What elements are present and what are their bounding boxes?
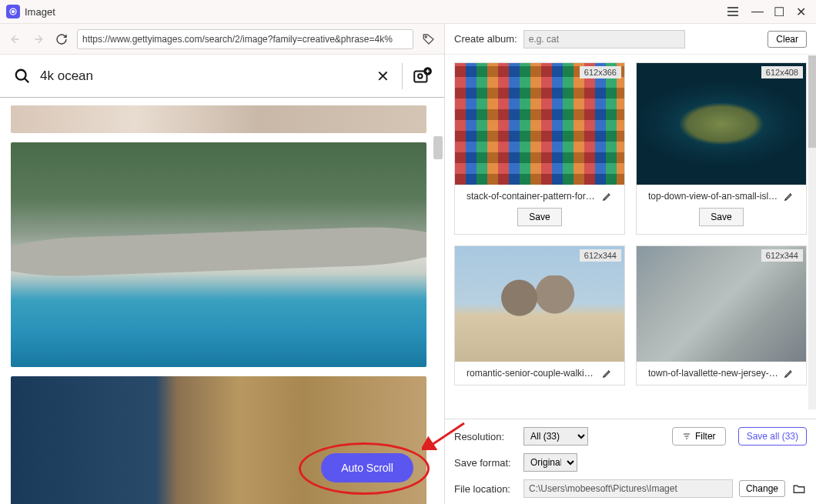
- result-image[interactable]: [11, 142, 426, 367]
- thumbnail[interactable]: 612x344: [455, 246, 624, 362]
- cards-grid: 612x366 stack-of-container-pattern-for-l…: [445, 55, 816, 419]
- svg-point-2: [425, 36, 426, 38]
- svg-point-5: [418, 74, 422, 78]
- edit-icon[interactable]: [784, 191, 794, 202]
- save-all-button[interactable]: Save all (33): [738, 427, 807, 446]
- thumbnail[interactable]: 612x366: [455, 63, 624, 185]
- menu-icon[interactable]: [724, 2, 742, 21]
- image-card: 612x366 stack-of-container-pattern-for-l…: [454, 62, 625, 235]
- browse-area: Auto Scroll: [0, 98, 444, 504]
- thumbnail[interactable]: 612x408: [637, 63, 806, 185]
- image-search-icon[interactable]: [410, 65, 433, 88]
- url-input[interactable]: [77, 29, 413, 49]
- svg-point-1: [12, 11, 15, 13]
- maximize-button[interactable]: ☐: [770, 2, 788, 21]
- refresh-icon[interactable]: [54, 32, 69, 47]
- card-title: romantic-senior-couple-walking-or: [467, 368, 597, 379]
- card-title: town-of-lavallette-new-jersey-look: [648, 368, 779, 379]
- change-button[interactable]: Change: [739, 480, 785, 497]
- scrollbar[interactable]: [433, 136, 443, 159]
- nav-back-icon[interactable]: [8, 32, 23, 47]
- clear-search-icon[interactable]: ✕: [371, 65, 394, 88]
- card-title: stack-of-container-pattern-for-logi: [467, 191, 597, 202]
- right-scrollbar[interactable]: [808, 55, 816, 409]
- app-title: Imaget: [25, 6, 724, 18]
- result-image[interactable]: [11, 105, 426, 133]
- folder-icon[interactable]: [791, 481, 807, 496]
- app-logo-icon: [6, 5, 20, 18]
- filter-button[interactable]: Filter: [672, 427, 726, 446]
- resolution-select[interactable]: All (33): [523, 427, 588, 446]
- filter-label: Filter: [695, 431, 716, 442]
- save-button[interactable]: Save: [517, 208, 561, 226]
- search-bar: ✕: [0, 55, 444, 98]
- dimension-badge: 612x344: [580, 249, 621, 262]
- image-card: 612x344 town-of-lavallette-new-jersey-lo…: [636, 245, 807, 386]
- format-select[interactable]: Original: [523, 453, 577, 472]
- close-button[interactable]: ✕: [791, 2, 810, 21]
- search-input[interactable]: [34, 68, 371, 84]
- tag-icon[interactable]: [421, 32, 436, 47]
- svg-point-3: [16, 69, 26, 79]
- album-bar: Create album: Clear: [445, 24, 816, 55]
- format-label: Save format:: [454, 457, 517, 469]
- search-icon: [11, 68, 34, 85]
- nav-forward-icon[interactable]: [31, 32, 46, 47]
- image-card: 612x408 top-down-view-of-an-small-island…: [636, 62, 807, 235]
- album-input[interactable]: [523, 30, 685, 48]
- location-input[interactable]: [523, 479, 733, 498]
- dimension-badge: 612x408: [761, 66, 803, 78]
- dimension-badge: 612x344: [761, 249, 803, 262]
- dimension-badge: 612x366: [580, 66, 621, 78]
- nav-bar: [0, 24, 444, 55]
- edit-icon[interactable]: [602, 368, 613, 379]
- auto-scroll-button[interactable]: Auto Scroll: [321, 453, 413, 482]
- titlebar: Imaget — ☐ ✕: [0, 0, 816, 24]
- edit-icon[interactable]: [602, 191, 613, 202]
- edit-icon[interactable]: [784, 368, 794, 379]
- save-button[interactable]: Save: [699, 208, 743, 226]
- bottom-panel: Resolution: All (33) Filter Save all (33…: [445, 419, 816, 504]
- resolution-label: Resolution:: [454, 431, 517, 442]
- album-label: Create album:: [454, 33, 517, 45]
- clear-button[interactable]: Clear: [768, 31, 807, 48]
- card-title: top-down-view-of-an-small-island-: [648, 191, 779, 202]
- thumbnail[interactable]: 612x344: [637, 246, 806, 362]
- location-label: File location:: [454, 483, 517, 495]
- divider: [402, 63, 403, 89]
- result-image[interactable]: [11, 376, 426, 504]
- minimize-button[interactable]: —: [748, 2, 767, 21]
- image-card: 612x344 romantic-senior-couple-walking-o…: [454, 245, 625, 386]
